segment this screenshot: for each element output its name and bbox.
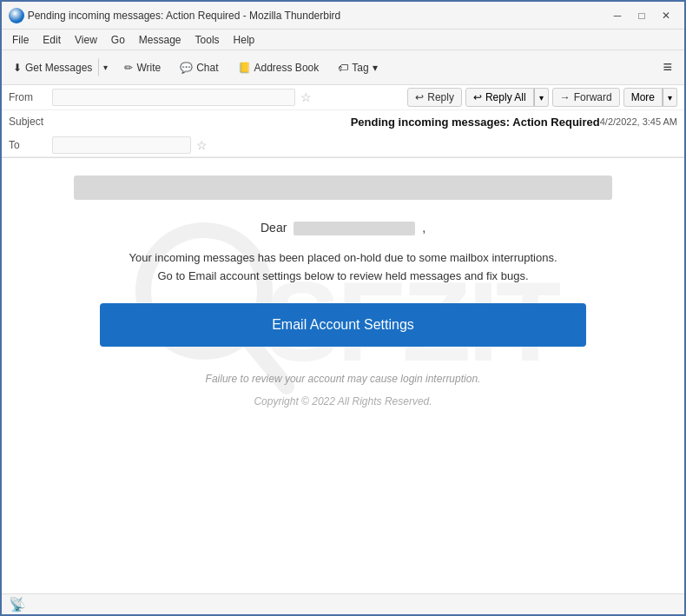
menu-edit[interactable]: Edit — [36, 32, 68, 48]
reply-all-group: ↩ Reply All ▾ — [465, 88, 549, 107]
forward-icon: → — [560, 91, 571, 103]
footer-copyright: Copyright © 2022 All Rights Reserved. — [74, 395, 612, 407]
titlebar: Pending incoming messages: Action Requir… — [2, 2, 684, 30]
header-actions: ↩ Reply ↩ Reply All ▾ → Forward More — [407, 88, 677, 107]
reply-icon: ↩ — [415, 91, 424, 103]
hamburger-menu-button[interactable]: ≡ — [656, 55, 679, 80]
email-body: SFZIT Dear , Your incoming messages has … — [2, 158, 684, 593]
get-messages-button[interactable]: ⬇ Get Messages — [7, 57, 98, 78]
from-label: From — [9, 91, 52, 103]
tag-dropdown-icon: ▾ — [373, 62, 378, 74]
more-dropdown[interactable]: ▾ — [663, 88, 677, 107]
email-content: SFZIT Dear , Your incoming messages has … — [2, 158, 684, 442]
more-button[interactable]: More — [623, 88, 663, 107]
main-window: Pending incoming messages: Action Requir… — [0, 0, 686, 616]
to-star-icon[interactable]: ☆ — [196, 138, 208, 152]
menu-go[interactable]: Go — [104, 32, 132, 48]
address-book-button[interactable]: 📒 Address Book — [230, 57, 327, 78]
close-button[interactable]: ✕ — [655, 6, 677, 25]
to-row: To ☆ — [2, 133, 684, 157]
app-logo — [9, 8, 24, 23]
email-date: 4/2/2022, 3:45 AM — [600, 116, 677, 127]
to-label: To — [9, 139, 52, 151]
recipient-name — [294, 222, 415, 235]
chat-icon: 💬 — [180, 62, 193, 74]
address-book-icon: 📒 — [238, 62, 251, 74]
body-line2: Go to Email account settings below to re… — [157, 269, 528, 282]
to-value — [52, 136, 191, 154]
dear-row: Dear , — [74, 221, 612, 235]
window-controls: ─ □ ✕ — [606, 6, 677, 25]
dear-prefix: Dear — [261, 221, 287, 235]
subject-text-val: Pending incoming messages: Action Requir… — [351, 116, 600, 129]
footer-note: Failure to review your account may cause… — [74, 373, 612, 385]
reply-all-button[interactable]: ↩ Reply All — [465, 88, 534, 107]
menu-message[interactable]: Message — [132, 32, 188, 48]
get-messages-btn-group: ⬇ Get Messages ▾ — [7, 57, 113, 78]
write-icon: ✏ — [124, 62, 133, 74]
more-group: More ▾ — [623, 88, 677, 107]
reply-all-dropdown[interactable]: ▾ — [534, 88, 549, 107]
main-toolbar: ⬇ Get Messages ▾ ✏ Write 💬 Chat 📒 Addres… — [2, 50, 684, 85]
statusbar: 📡 — [2, 593, 684, 614]
menu-view[interactable]: View — [68, 32, 104, 48]
get-messages-dropdown[interactable]: ▾ — [98, 58, 113, 76]
reply-button[interactable]: ↩ Reply — [407, 88, 462, 107]
body-line1: Your incoming messages has been placed o… — [129, 251, 557, 264]
from-star-icon[interactable]: ☆ — [300, 90, 312, 104]
from-row: From ☆ ↩ Reply ↩ Reply All ▾ → Forward — [2, 85, 684, 110]
forward-button[interactable]: → Forward — [552, 88, 620, 107]
dear-suffix: , — [422, 221, 425, 235]
get-messages-icon: ⬇ — [13, 62, 22, 74]
write-button[interactable]: ✏ Write — [116, 57, 168, 78]
menubar: File Edit View Go Message Tools Help — [2, 30, 684, 50]
status-icon: 📡 — [9, 596, 26, 613]
cta-button[interactable]: Email Account Settings — [100, 303, 586, 347]
minimize-button[interactable]: ─ — [606, 6, 629, 25]
maximize-button[interactable]: □ — [630, 6, 653, 25]
header-bar — [74, 176, 612, 200]
subject-label: Subject — [9, 116, 52, 128]
email-inner-content: Dear , Your incoming messages has been p… — [39, 158, 647, 442]
chat-button[interactable]: 💬 Chat — [172, 57, 226, 78]
body-text: Your incoming messages has been placed o… — [74, 249, 612, 286]
window-title: Pending incoming messages: Action Requir… — [28, 10, 606, 22]
menu-tools[interactable]: Tools — [188, 32, 227, 48]
tag-button[interactable]: 🏷 Tag ▾ — [330, 57, 385, 78]
from-value — [52, 89, 295, 106]
subject-row: Subject Pending incoming messages: Actio… — [2, 110, 684, 133]
tag-icon: 🏷 — [338, 62, 348, 74]
menu-help[interactable]: Help — [227, 32, 262, 48]
get-messages-label: Get Messages — [25, 62, 92, 74]
reply-all-icon: ↩ — [473, 91, 482, 103]
menu-file[interactable]: File — [5, 32, 36, 48]
email-header: From ☆ ↩ Reply ↩ Reply All ▾ → Forward — [2, 85, 684, 158]
